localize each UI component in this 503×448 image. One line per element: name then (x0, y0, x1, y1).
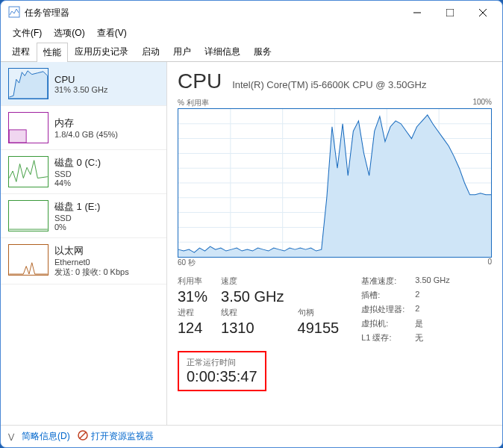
thread-label: 线程 (221, 307, 284, 318)
util-value: 31% (178, 288, 207, 305)
socket-label: 插槽: (361, 290, 404, 301)
l1-label: L1 缓存: (361, 332, 404, 343)
sidebar-item-cpu[interactable]: CPU 31% 3.50 GHz (1, 62, 166, 106)
sidebar-item-memory[interactable]: 内存 1.8/4.0 GB (45%) (1, 106, 166, 150)
vm-label: 虚拟机: (361, 318, 404, 329)
sidebar-memory-sub: 1.8/4.0 GB (45%) (54, 130, 118, 139)
sidebar-disk0-sub: SSD (54, 169, 101, 178)
open-resmon-link[interactable]: 打开资源监视器 (78, 430, 154, 443)
vm-value: 是 (415, 318, 449, 329)
handle-value: 49155 (298, 320, 340, 337)
chart-bottom-left: 60 秒 (178, 258, 196, 268)
menubar: 文件(F) 选项(O) 查看(V) (1, 25, 502, 41)
window-title: 任务管理器 (25, 7, 69, 19)
tab-processes[interactable]: 进程 (5, 42, 37, 61)
sidebar-eth-sub: Ethernet0 (54, 258, 129, 267)
vproc-value: 2 (415, 304, 449, 315)
sidebar-disk1-sub: SSD (54, 214, 100, 223)
sidebar-eth-sub2: 发送: 0 接收: 0 Kbps (54, 267, 129, 278)
disk1-thumb-icon (8, 200, 49, 231)
tab-app-history[interactable]: 应用历史记录 (68, 42, 135, 61)
cpu-chart[interactable] (178, 108, 492, 258)
base-speed-label: 基准速度: (361, 276, 404, 287)
util-label: 利用率 (178, 276, 207, 287)
sidebar-item-ethernet[interactable]: 以太网 Ethernet0 发送: 0 接收: 0 Kbps (1, 238, 166, 284)
footer: ⋁ 简略信息(D) 打开资源监视器 (1, 425, 502, 447)
svg-rect-5 (9, 130, 26, 143)
sidebar-disk0-title: 磁盘 0 (C:) (54, 156, 101, 169)
ethernet-thumb-icon (8, 244, 49, 276)
close-button[interactable] (466, 1, 499, 25)
tab-users[interactable]: 用户 (166, 42, 198, 61)
handle-label: 句柄 (298, 307, 340, 318)
task-manager-window: 任务管理器 文件(F) 选项(O) 查看(V) 进程 性能 应用历史记录 启动 … (0, 0, 503, 448)
svg-line-23 (80, 432, 86, 438)
thread-value: 1310 (221, 320, 284, 337)
uptime-label: 正常运行时间 (187, 357, 257, 368)
svg-rect-2 (446, 9, 454, 16)
collapse-icon[interactable]: ⋁ (8, 432, 14, 441)
minimize-button[interactable] (401, 1, 434, 25)
tab-startup[interactable]: 启动 (135, 42, 166, 61)
sidebar-item-disk1[interactable]: 磁盘 1 (E:) SSD 0% (1, 194, 166, 238)
sidebar-eth-title: 以太网 (54, 244, 129, 258)
chart-top-right: 100% (472, 98, 492, 108)
app-icon (8, 6, 20, 20)
menu-options[interactable]: 选项(O) (48, 25, 90, 41)
tab-services[interactable]: 服务 (247, 42, 278, 61)
sidebar-disk1-title: 磁盘 1 (E:) (54, 200, 100, 214)
memory-thumb-icon (8, 112, 49, 143)
chart-top-left: % 利用率 (178, 98, 209, 108)
uptime-box: 正常运行时间 0:00:35:47 (178, 351, 266, 391)
speed-value: 3.50 GHz (221, 288, 284, 305)
maximize-button[interactable] (434, 1, 466, 25)
main-panel: CPU Intel(R) Core(TM) i5-6600K CPU @ 3.5… (167, 62, 502, 425)
cpu-model: Intel(R) Core(TM) i5-6600K CPU @ 3.50GHz (232, 79, 426, 90)
sidebar-item-disk0[interactable]: 磁盘 0 (C:) SSD 44% (1, 150, 166, 194)
proc-value: 124 (178, 320, 207, 337)
l1-value: 无 (415, 332, 449, 343)
main-title: CPU (178, 69, 222, 93)
socket-value: 2 (415, 290, 449, 301)
menu-file[interactable]: 文件(F) (7, 25, 48, 41)
sidebar-cpu-title: CPU (54, 74, 108, 85)
resmon-label: 打开资源监视器 (91, 430, 154, 443)
sidebar-disk0-sub2: 44% (54, 178, 101, 187)
tab-details[interactable]: 详细信息 (198, 42, 247, 61)
sidebar-disk1-sub2: 0% (54, 223, 100, 231)
disk0-thumb-icon (8, 156, 49, 187)
proc-label: 进程 (178, 307, 207, 318)
content: CPU 31% 3.50 GHz 内存 1.8/4.0 GB (45%) 磁 (1, 62, 502, 425)
sidebar-cpu-sub: 31% 3.50 GHz (54, 85, 108, 94)
cpu-thumb-icon (8, 68, 49, 99)
vproc-label: 虚拟处理器: (361, 304, 404, 315)
sidebar: CPU 31% 3.50 GHz 内存 1.8/4.0 GB (45%) 磁 (1, 62, 167, 425)
chart-bottom-right: 0 (487, 258, 492, 268)
base-speed-value: 3.50 GHz (415, 276, 449, 287)
uptime-value: 0:00:35:47 (187, 368, 257, 385)
menu-view[interactable]: 查看(V) (91, 25, 133, 41)
brief-info-link[interactable]: 简略信息(D) (22, 430, 70, 443)
tabbar: 进程 性能 应用历史记录 启动 用户 详细信息 服务 (1, 41, 502, 62)
resmon-icon (78, 430, 88, 443)
speed-label: 速度 (221, 276, 284, 287)
titlebar: 任务管理器 (1, 1, 502, 25)
tab-performance[interactable]: 性能 (37, 43, 68, 62)
sidebar-memory-title: 内存 (54, 116, 118, 130)
